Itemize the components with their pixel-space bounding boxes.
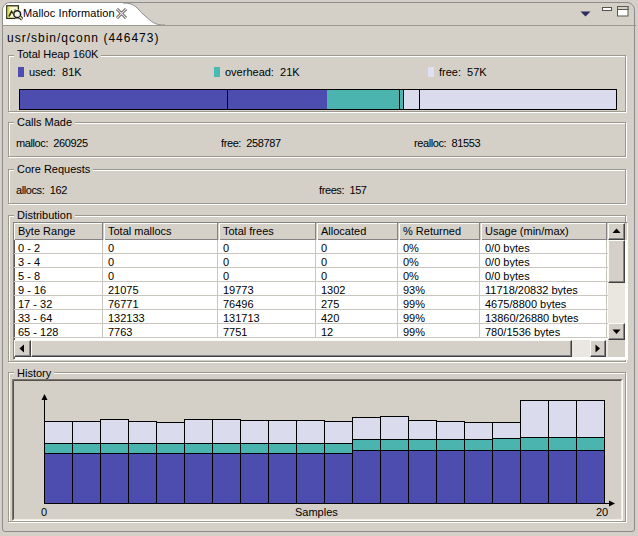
- svg-text:0: 0: [41, 506, 47, 518]
- svg-text:20: 20: [596, 506, 608, 518]
- svg-text:Samples: Samples: [295, 506, 338, 518]
